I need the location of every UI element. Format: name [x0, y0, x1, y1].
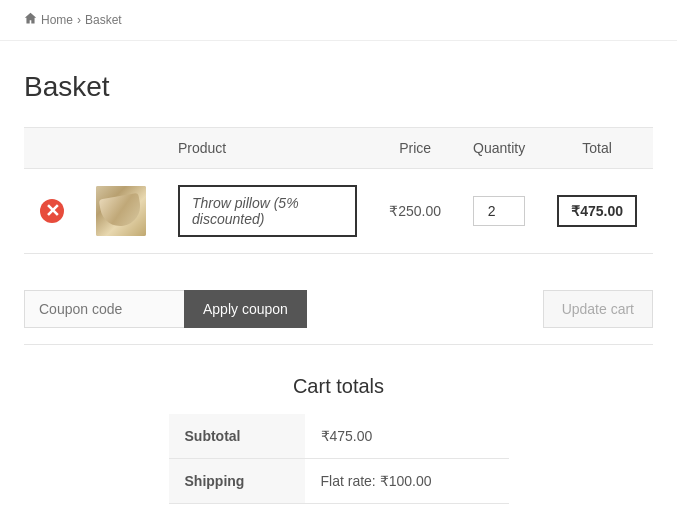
totals-table: Subtotal ₹475.00 Shipping Flat rate: ₹10… [169, 414, 509, 504]
update-cart-button[interactable]: Update cart [543, 290, 653, 328]
breadcrumb-home-link[interactable]: Home [41, 13, 73, 27]
subtotal-value: ₹475.00 [305, 414, 509, 459]
shipping-value: Flat rate: ₹100.00 [305, 459, 509, 504]
shipping-row: Shipping Flat rate: ₹100.00 [169, 459, 509, 504]
basket-actions: Apply coupon Update cart [24, 274, 653, 345]
product-thumbnail [96, 186, 146, 236]
breadcrumb-separator: › [77, 13, 81, 27]
col-header-quantity: Quantity [457, 128, 541, 169]
product-name-cell: Throw pillow (5% discounted) [162, 169, 373, 254]
product-qty-cell [457, 169, 541, 254]
remove-cell: ✕ [24, 169, 80, 254]
basket-table: Product Price Quantity Total ✕ Throw pi [24, 127, 653, 254]
subtotal-label: Subtotal [169, 414, 305, 459]
shipping-label: Shipping [169, 459, 305, 504]
breadcrumb-current: Basket [85, 13, 122, 27]
cart-totals-box: Cart totals Subtotal ₹475.00 Shipping Fl… [169, 375, 509, 504]
product-total: ₹475.00 [557, 195, 637, 227]
cart-totals-title: Cart totals [169, 375, 509, 398]
col-header-remove [24, 128, 80, 169]
cart-totals-section: Cart totals Subtotal ₹475.00 Shipping Fl… [24, 375, 653, 504]
col-header-image [80, 128, 162, 169]
product-price-cell: ₹250.00 [373, 169, 457, 254]
col-header-product: Product [162, 128, 373, 169]
table-row: ✕ Throw pillow (5% discounted) ₹250.00 [24, 169, 653, 254]
coupon-input[interactable] [24, 290, 184, 328]
col-header-price: Price [373, 128, 457, 169]
quantity-input[interactable] [473, 196, 525, 226]
product-name: Throw pillow (5% discounted) [192, 195, 299, 227]
subtotal-row: Subtotal ₹475.00 [169, 414, 509, 459]
apply-coupon-button[interactable]: Apply coupon [184, 290, 307, 328]
coupon-area: Apply coupon [24, 290, 307, 328]
remove-item-button[interactable]: ✕ [40, 199, 64, 223]
page-title: Basket [24, 71, 653, 103]
product-price: ₹250.00 [389, 203, 441, 219]
col-header-total: Total [541, 128, 653, 169]
product-image-cell [80, 169, 162, 254]
home-icon [24, 12, 37, 28]
product-total-cell: ₹475.00 [541, 169, 653, 254]
breadcrumb: Home › Basket [0, 0, 677, 41]
